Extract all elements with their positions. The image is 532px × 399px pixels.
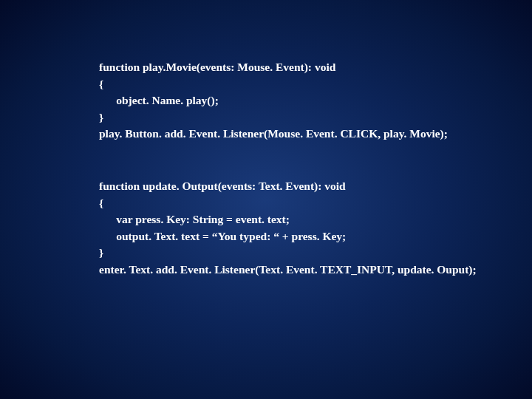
code-block-2: function update. Output(events: Text. Ev… bbox=[99, 162, 532, 278]
code-block-1: function play.Movie(events: Mouse. Event… bbox=[99, 43, 532, 143]
code-line: play. Button. add. Event. Listener(Mouse… bbox=[99, 127, 448, 140]
code-line: enter. Text. add. Event. Listener(Text. … bbox=[99, 263, 477, 276]
code-line: { bbox=[99, 78, 103, 90]
code-line: function update. Output(events: Text. Ev… bbox=[99, 180, 346, 192]
code-line: function play.Movie(events: Mouse. Event… bbox=[99, 61, 335, 73]
code-line: { bbox=[99, 197, 103, 209]
code-line: var press. Key: String = event. text; bbox=[99, 213, 290, 225]
spacer bbox=[99, 143, 532, 162]
code-line: } bbox=[99, 246, 103, 259]
code-line: output. Text. text = “You typed: “ + pre… bbox=[99, 230, 346, 242]
code-line: } bbox=[99, 111, 103, 123]
code-line: object. Name. play(); bbox=[99, 94, 219, 106]
slide: function play.Movie(events: Mouse. Event… bbox=[0, 0, 532, 399]
